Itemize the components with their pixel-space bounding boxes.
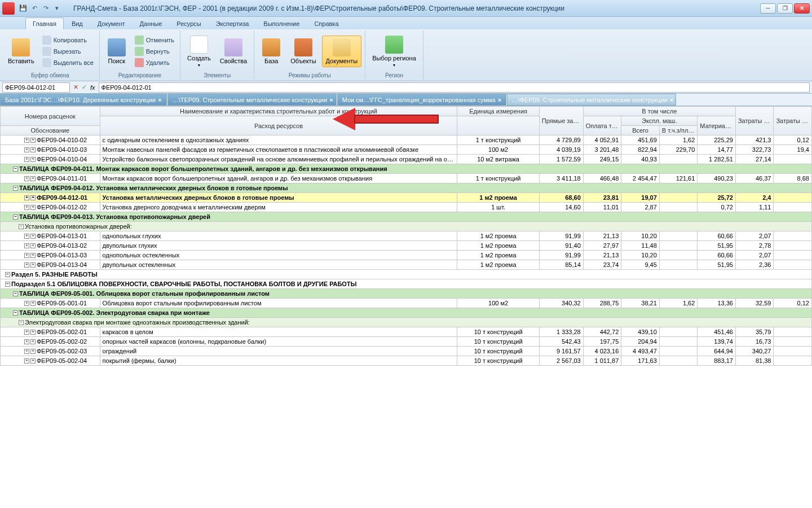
expand-icon[interactable]: +	[24, 205, 29, 210]
fx-label[interactable]: fx	[90, 84, 95, 91]
table-row[interactable]: ++ ФЕР09-04-010-03Монтаж навесных панеле…	[1, 145, 812, 155]
doc-tab-active[interactable]: …\ФЕР09. Строительные металлические конс…	[507, 94, 676, 106]
col-num[interactable]: Номера расценок	[1, 107, 100, 126]
undo-button[interactable]: Отменить	[133, 34, 176, 46]
table-row[interactable]: ++ ФЕР09-04-010-02с одинарным остекление…	[1, 135, 812, 145]
tab-close-icon[interactable]: ×	[670, 97, 673, 103]
objects-button[interactable]: Объекты	[287, 36, 319, 67]
expand-icon[interactable]: +	[30, 339, 36, 344]
cancel-icon[interactable]: ✕	[73, 84, 78, 91]
maximize-button[interactable]: ❐	[777, 3, 793, 14]
expand-icon[interactable]: +	[24, 176, 29, 181]
expand-icon[interactable]: +	[24, 358, 29, 364]
cut-button[interactable]: Вырезать	[40, 46, 96, 57]
table-row[interactable]: − Установка противопожарных дверей:	[1, 222, 812, 231]
properties-button[interactable]: Свойства	[217, 36, 250, 67]
delete-button[interactable]: Удалить	[133, 57, 176, 68]
table-row[interactable]: − ТАБЛИЦА ФЕР09-04-013. Установка против…	[1, 212, 812, 222]
collapse-icon[interactable]: −	[19, 320, 24, 325]
search-button[interactable]: Поиск	[103, 36, 130, 67]
table-row[interactable]: − ТАБЛИЦА ФЕР09-04-011. Монтаж каркасов …	[1, 164, 812, 174]
collapse-icon[interactable]: −	[19, 224, 24, 229]
expand-icon[interactable]: +	[24, 243, 29, 248]
table-row[interactable]: ++ ФЕР09-04-013-04двупольных остекленных…	[1, 260, 812, 270]
tab-main[interactable]: Главная	[25, 17, 64, 29]
table-row[interactable]: − ТАБЛИЦА ФЕР09-04-012. Установка металл…	[1, 183, 812, 193]
expand-icon[interactable]: +	[24, 301, 29, 306]
expand-icon[interactable]: +	[30, 176, 36, 181]
base-button[interactable]: База	[258, 36, 285, 67]
col-pay[interactable]: Оплата труда рабочих	[583, 116, 621, 135]
table-row[interactable]: ++ ФЕР09-04-011-01Монтаж каркасов ворот …	[1, 174, 812, 183]
tab-execution[interactable]: Выполнение	[257, 18, 306, 29]
expand-icon[interactable]: +	[30, 358, 36, 364]
qat-undo-icon[interactable]: ↶	[29, 3, 39, 14]
collapse-icon[interactable]: −	[5, 282, 10, 287]
minimize-button[interactable]: ─	[760, 3, 776, 14]
table-row[interactable]: ++ ФЕР09-05-002-02опорных частей каркасо…	[1, 337, 812, 347]
expand-icon[interactable]: +	[30, 262, 36, 268]
expand-icon[interactable]: +	[24, 234, 29, 239]
doc-tab[interactable]: Мои см…\ГГС_транвляция_корректированная …	[337, 94, 506, 106]
expand-icon[interactable]: +	[30, 253, 36, 258]
tab-close-icon[interactable]: ×	[158, 97, 161, 103]
expand-icon[interactable]: +	[30, 234, 36, 239]
table-row[interactable]: ++ ФЕР09-04-012-02Установка дверного дов…	[1, 203, 812, 212]
accept-icon[interactable]: ✓	[82, 84, 87, 91]
col-consumption[interactable]: Расход ресурсов	[100, 116, 457, 135]
expand-icon[interactable]: +	[24, 262, 29, 268]
table-row[interactable]: − Раздел 5. РАЗНЫЕ РАБОТЫ	[1, 270, 812, 279]
qat-save-icon[interactable]: 💾	[18, 3, 28, 14]
doc-tab[interactable]: …\ТЕР09. Строительные металлические конс…	[167, 94, 337, 106]
redo-button[interactable]: Вернуть	[133, 46, 176, 57]
tab-view[interactable]: Вид	[65, 18, 90, 29]
expand-icon[interactable]: +	[24, 339, 29, 344]
tab-resources[interactable]: Ресурсы	[170, 18, 208, 29]
expand-icon[interactable]: +	[24, 330, 29, 335]
table-row[interactable]: ++ ФЕР09-05-001-01Облицовка ворот стальн…	[1, 299, 812, 308]
table-row[interactable]: − ТАБЛИЦА ФЕР09-05-002. Электродуговая с…	[1, 308, 812, 318]
expand-icon[interactable]: +	[30, 301, 36, 306]
documents-button[interactable]: Документы	[322, 36, 362, 67]
qat-redo-icon[interactable]: ↷	[41, 3, 51, 14]
table-row[interactable]: − Электродуговая сварка при монтаже одно…	[1, 318, 812, 327]
expand-icon[interactable]: +	[24, 147, 29, 152]
expand-icon[interactable]: +	[30, 243, 36, 248]
expand-icon[interactable]: +	[30, 330, 36, 335]
formula-input[interactable]: ФЕР09-04-012-01	[99, 82, 810, 93]
table-row[interactable]: ++ ФЕР09-05-002-01каркасов в целом10 т к…	[1, 327, 812, 337]
col-labor-machines[interactable]: Затраты труда маш-стов	[774, 107, 812, 135]
region-button[interactable]: Выбор региона▾	[369, 33, 420, 70]
collapse-icon[interactable]: −	[13, 167, 18, 172]
expand-icon[interactable]: +	[30, 147, 36, 152]
expand-icon[interactable]: +	[30, 157, 36, 162]
col-unit[interactable]: Единица измерения	[457, 107, 539, 116]
table-row[interactable]: ++ ФЕР09-05-002-03ограждений10 т констру…	[1, 347, 812, 356]
expand-icon[interactable]: +	[24, 253, 29, 258]
tab-document[interactable]: Документ	[91, 18, 132, 29]
col-incl-pay[interactable]: В т.ч.з/пл маш-стов	[659, 126, 698, 135]
col-including[interactable]: В том числе	[583, 107, 735, 116]
tab-expertise[interactable]: Экспертиза	[209, 18, 256, 29]
table-row[interactable]: − ТАБЛИЦА ФЕР09-05-001. Облицовка ворот …	[1, 289, 812, 299]
doc-tab[interactable]: База 2001г.\ГЭС…\ФЕР10. Деревянные конст…	[0, 94, 167, 106]
collapse-icon[interactable]: −	[13, 186, 18, 191]
expand-icon[interactable]: +	[30, 195, 36, 200]
select-all-button[interactable]: Выделить все	[40, 57, 96, 68]
col-direct[interactable]: Прямые затраты	[539, 107, 583, 135]
expand-icon[interactable]: +	[30, 138, 36, 143]
collapse-icon[interactable]: −	[13, 214, 18, 220]
table-row[interactable]: ++ ФЕР09-04-013-02двупольных глухих1 м2 …	[1, 241, 812, 251]
tab-data[interactable]: Данные	[133, 18, 169, 29]
expand-icon[interactable]: +	[24, 138, 29, 143]
paste-button[interactable]: Вставить	[5, 36, 38, 67]
tab-close-icon[interactable]: ×	[329, 97, 333, 103]
col-expl[interactable]: Экспл. маш.	[621, 116, 698, 126]
collapse-icon[interactable]: −	[13, 310, 18, 316]
table-row[interactable]: ++ ФЕР09-04-012-01Установка металлически…	[1, 193, 812, 203]
expand-icon[interactable]: +	[24, 195, 29, 200]
expand-icon[interactable]: +	[24, 349, 29, 354]
table-row[interactable]: ++ ФЕР09-04-013-03однопольных остекленны…	[1, 251, 812, 260]
create-button[interactable]: Создать▾	[184, 33, 214, 70]
name-box[interactable]: ФЕР09-04-012-01	[2, 82, 70, 93]
